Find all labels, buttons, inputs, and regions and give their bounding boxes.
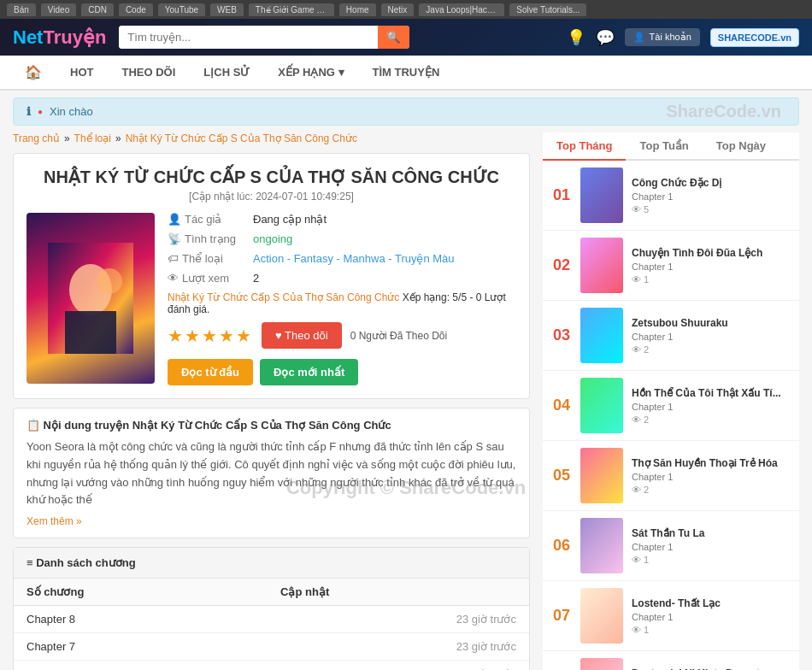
chapter-link[interactable]: Chapter 8 [26,613,75,626]
follow-button[interactable]: ♥ Theo dõi [262,322,342,349]
chapter-updated: 23 giờ trước [268,606,529,633]
rank-thumbnail [580,588,623,644]
browser-tab[interactable]: CDN [81,3,114,16]
browser-tab[interactable]: Bán [7,3,36,16]
read-more-link[interactable]: Xem thêm » [26,515,82,527]
rank-title: Thợ Săn Huyền Thoại Trẻ Hóa [632,457,791,469]
nav-xep-hang[interactable]: XẾP HẠNG ▾ [266,57,356,87]
browser-tab[interactable]: Solve Tutorials... [509,3,586,16]
rating-link[interactable]: Nhật Ký Từ Chức Cấp S Của Thợ Săn Công C… [168,291,399,303]
ranking-item[interactable]: 02 Chuyện Tình Đôi Đũa Lệch Chapter 1 👁 … [543,231,799,301]
browser-tab[interactable]: WEB [210,3,244,16]
logo-truyen: Truyện [43,26,106,48]
ranking-item[interactable]: 05 Thợ Săn Huyền Thoại Trẻ Hóa Chapter 1… [543,441,799,511]
tab-top-thang[interactable]: Top Tháng [543,132,626,161]
search-input[interactable] [119,26,378,49]
ranking-item[interactable]: 08 Dantoudai Ni Kieta Densetsu ... Chapt… [543,651,799,670]
rank-info: Sát Thần Tu La Chapter 1 👁 1 [632,527,791,565]
rank-info: Chuyện Tình Đôi Đũa Lệch Chapter 1 👁 1 [632,247,791,285]
nav-hot[interactable]: HOT [58,57,105,87]
views-value: 2 [253,272,259,285]
browser-tab[interactable]: Netix [381,3,415,16]
rank-thumbnail [580,308,623,363]
read-latest-button[interactable]: Đọc mới nhất [260,359,358,385]
chapter-list: ≡ Danh sách chương Số chương Cập nhật Ch… [13,547,530,670]
views-label: 👁 Lượt xem [168,272,244,285]
story-body: 👤 Tác giả Đang cập nhật 📡 Tình trạng ong… [26,213,516,385]
eye-icon: 👁 [632,485,641,495]
status-label: 📡 Tình trạng [168,232,244,245]
left-column: Trang chủ » Thể loại » Nhật Ký Từ Chức C… [13,132,530,670]
tab-bar: Top Tháng Top Tuần Top Ngày [543,132,799,161]
rank-number: 06 [551,537,572,555]
breadcrumb: Trang chủ » Thể loại » Nhật Ký Từ Chức C… [13,132,530,144]
nav-tim-truyen[interactable]: TÌM TRUYỆN [361,57,452,87]
genre-link[interactable]: Action - Fantasy - Manhwa - Truyện Màu [253,252,455,265]
author-icon: 👤 [168,213,181,226]
author-label: 👤 Tác giả [168,213,244,226]
rating-row: ★★★★★ ♥ Theo dõi 0 Người Đã Theo Dõi [168,322,516,349]
tab-top-ngay[interactable]: Top Ngày [703,132,780,161]
browser-tab[interactable]: Video [41,3,76,16]
browser-tab[interactable]: Code [119,3,153,16]
rank-chapter: Chapter 1 [632,332,791,342]
ranking-item[interactable]: 01 Công Chức Đặc Dị Chapter 1 👁 5 [543,161,799,231]
eye-icon: 👁 [632,274,641,285]
rank-thumbnail [580,658,623,670]
info-icon: ℹ [26,105,31,118]
story-cover [26,213,155,384]
header-icons: 💡 💬 👤 Tài khoản SHARECODE.vn [567,28,799,47]
rank-views: 👁 2 [632,414,791,425]
rank-views: 👁 1 [632,555,791,565]
site-header: NetTruyện 🔍 💡 💬 👤 Tài khoản SHARECODE.vn [0,19,812,56]
rank-title: Công Chức Đặc Dị [632,177,791,189]
lightbulb-icon[interactable]: 💡 [567,28,585,47]
main-content: Trang chủ » Thể loại » Nhật Ký Từ Chức C… [0,132,812,670]
rank-info: Hồn Thể Của Tôi Thật Xấu Tí... Chapter 1… [632,387,791,425]
site-logo[interactable]: NetTruyện [13,26,106,49]
browser-tab[interactable]: Java Loops|Hack... [419,3,504,16]
col-updated-header: Cập nhật [268,579,529,606]
nav-home[interactable]: 🏠 [13,56,54,89]
chapter-updated: 23 giờ trước [268,633,529,661]
sharecode-badge: SHARECODE.vn [710,28,799,47]
action-buttons: Đọc từ đầu Đọc mới nhất [168,359,516,385]
breadcrumb-category[interactable]: Thể loại [74,132,111,144]
chapter-name: Chapter 7 [14,633,268,661]
follow-count: 0 Người Đã Theo Dõi [350,330,448,342]
status-icon: 📡 [168,232,181,245]
ranking-item[interactable]: 07 Lostend- Thất Lạc Chapter 1 👁 1 [543,581,799,651]
online-dot: ● [38,107,43,116]
ranking-item[interactable]: 03 Zetsubou Shuuraku Chapter 1 👁 2 [543,301,799,371]
desc-text: Yoon Seora là một công chức và cũng là n… [26,438,516,509]
eye-icon: 👁 [632,625,641,635]
genre-value: Action - Fantasy - Manhwa - Truyện Màu [253,252,455,265]
status-row: 📡 Tình trạng ongoing [168,232,516,245]
story-header: NHẬT KÝ TỪ CHỨC CẤP S CỦA THỢ SĂN CÔNG C… [13,153,530,399]
rank-info: Lostend- Thất Lạc Chapter 1 👁 1 [632,597,791,635]
rank-thumbnail [580,378,623,433]
browser-tabs: Bán Video CDN Code YouTube WEB Thế Giới … [0,0,812,19]
account-badge[interactable]: 👤 Tài khoản [625,28,700,46]
tab-top-tuan[interactable]: Top Tuần [626,132,702,161]
browser-tab[interactable]: Thế Giới Game Thả... [249,3,334,16]
read-first-button[interactable]: Đọc từ đầu [168,359,253,385]
svg-point-3 [97,268,122,294]
rank-thumbnail [580,448,623,503]
rank-thumbnail [580,238,623,293]
nav-theo-doi[interactable]: THEO DÕI [109,57,187,87]
message-icon[interactable]: 💬 [596,28,615,47]
search-button[interactable]: 🔍 [378,26,409,49]
description-section: 📋 Nội dung truyện Nhật Ký Từ Chức Cấp S … [13,408,530,538]
chapter-link[interactable]: Chapter 7 [26,640,75,653]
sharecode-watermark: ShareCode.vn [667,102,781,121]
table-row: Chapter 8 23 giờ trước [14,606,529,633]
breadcrumb-home[interactable]: Trang chủ [13,132,60,144]
story-title: NHẬT KÝ TỪ CHỨC CẤP S CỦA THỢ SĂN CÔNG C… [26,167,516,187]
browser-tab[interactable]: Home [339,3,376,16]
main-nav: 🏠 HOT THEO DÕI LỊCH SỬ XẾP HẠNG ▾ TÌM TR… [0,56,812,91]
nav-lich-su[interactable]: LỊCH SỬ [191,57,262,87]
ranking-item[interactable]: 06 Sát Thần Tu La Chapter 1 👁 1 [543,511,799,581]
ranking-item[interactable]: 04 Hồn Thể Của Tôi Thật Xấu Tí... Chapte… [543,371,799,441]
browser-tab[interactable]: YouTube [158,3,205,16]
